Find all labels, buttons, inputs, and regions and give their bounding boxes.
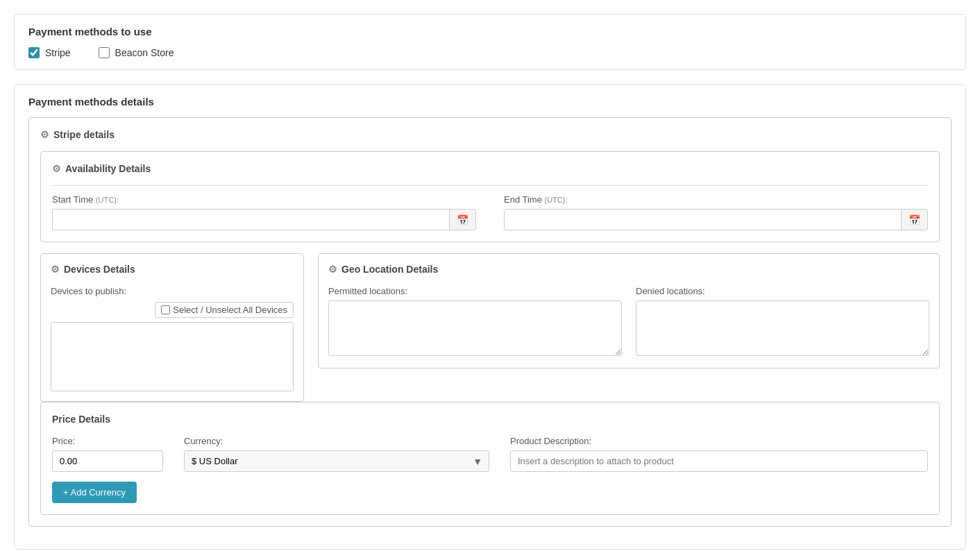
start-time-calendar-btn[interactable]: 📅: [449, 210, 475, 230]
price-input[interactable]: [52, 450, 163, 472]
availability-details-title: ⚙ Availability Details: [52, 163, 928, 174]
denied-locations-label: Denied locations:: [636, 286, 929, 296]
description-input[interactable]: [510, 450, 928, 472]
stripe-option[interactable]: Stripe: [28, 47, 71, 58]
select-all-checkbox[interactable]: [161, 305, 170, 314]
currency-label: Currency:: [184, 436, 489, 446]
payment-methods-options: Stripe Beacon Store: [28, 47, 952, 58]
end-time-input-wrap: 📅: [504, 209, 928, 230]
devices-title: ⚙ Devices Details: [51, 264, 294, 275]
availability-details-section: ⚙ Availability Details Start Time (UTC):…: [40, 151, 940, 242]
start-time-input-wrap: 📅: [52, 209, 476, 230]
permitted-locations-label: Permitted locations:: [328, 286, 622, 296]
stripe-label[interactable]: Stripe: [45, 47, 71, 58]
end-time-input[interactable]: [505, 210, 901, 230]
end-time-label: End Time (UTC):: [504, 194, 928, 205]
denied-locations-input[interactable]: [636, 300, 929, 356]
add-currency-button[interactable]: + Add Currency: [52, 482, 137, 503]
devices-inner: ⚙ Devices Details Devices to publish: Se…: [40, 253, 304, 402]
permitted-locations-input[interactable]: [328, 300, 622, 356]
price-details-title: Price Details: [52, 414, 928, 425]
end-time-group: End Time (UTC): 📅: [504, 194, 928, 230]
geo-section: ⚙ Geo Location Details Permitted locatio…: [318, 253, 940, 402]
beacon-store-option[interactable]: Beacon Store: [99, 47, 174, 58]
price-label: Price:: [52, 436, 163, 446]
select-all-row: Select / Unselect All Devices: [51, 302, 294, 318]
time-fields-row: Start Time (UTC): 📅 End Time (UTC):: [52, 194, 928, 230]
devices-geo-row: ⚙ Devices Details Devices to publish: Se…: [40, 253, 940, 402]
devices-to-publish-label: Devices to publish:: [51, 286, 294, 296]
currency-select-wrap: $ US Dollar € Euro £ British Pound ¥ Jap…: [184, 450, 489, 472]
payment-methods-details-title: Payment methods details: [28, 96, 952, 108]
select-all-label[interactable]: Select / Unselect All Devices: [155, 302, 294, 318]
geo-title: ⚙ Geo Location Details: [328, 264, 929, 275]
geo-inner: ⚙ Geo Location Details Permitted locatio…: [318, 253, 940, 368]
geo-fields-row: Permitted locations: Denied locations:: [328, 286, 929, 358]
denied-locations-group: Denied locations:: [636, 286, 929, 358]
devices-section: ⚙ Devices Details Devices to publish: Se…: [40, 253, 304, 402]
start-time-group: Start Time (UTC): 📅: [52, 194, 476, 230]
payment-methods-title: Payment methods to use: [28, 26, 952, 37]
permitted-locations-group: Permitted locations:: [328, 286, 622, 358]
start-time-label: Start Time (UTC):: [52, 194, 476, 205]
devices-list[interactable]: [51, 322, 294, 391]
beacon-store-checkbox[interactable]: [99, 47, 110, 58]
price-details-section: Price Details Price: Currency: $ US Doll…: [40, 402, 940, 515]
availability-gear-icon: ⚙: [52, 163, 61, 174]
devices-gear-icon: ⚙: [51, 264, 60, 275]
stripe-checkbox[interactable]: [28, 47, 40, 58]
payment-methods-section: Payment methods to use Stripe Beacon Sto…: [14, 14, 966, 70]
stripe-details-title: ⚙ Stripe details: [40, 129, 940, 140]
description-label: Product Description:: [510, 436, 928, 446]
end-time-calendar-btn[interactable]: 📅: [901, 210, 927, 230]
geo-gear-icon: ⚙: [328, 264, 337, 275]
stripe-details-section: ⚙ Stripe details ⚙ Availability Details …: [28, 117, 952, 527]
description-group: Product Description:: [510, 436, 928, 472]
currency-group: Currency: $ US Dollar € Euro £ British P…: [184, 436, 489, 472]
currency-select[interactable]: $ US Dollar € Euro £ British Pound ¥ Jap…: [184, 450, 489, 472]
availability-divider: [52, 185, 928, 186]
payment-methods-details-section: Payment methods details ⚙ Stripe details…: [14, 84, 966, 550]
price-group: Price:: [52, 436, 163, 472]
beacon-store-label[interactable]: Beacon Store: [115, 47, 174, 58]
price-fields-row: Price: Currency: $ US Dollar € Euro £ Br…: [52, 436, 928, 472]
gear-icon: ⚙: [40, 129, 49, 140]
start-time-input[interactable]: [53, 210, 449, 230]
